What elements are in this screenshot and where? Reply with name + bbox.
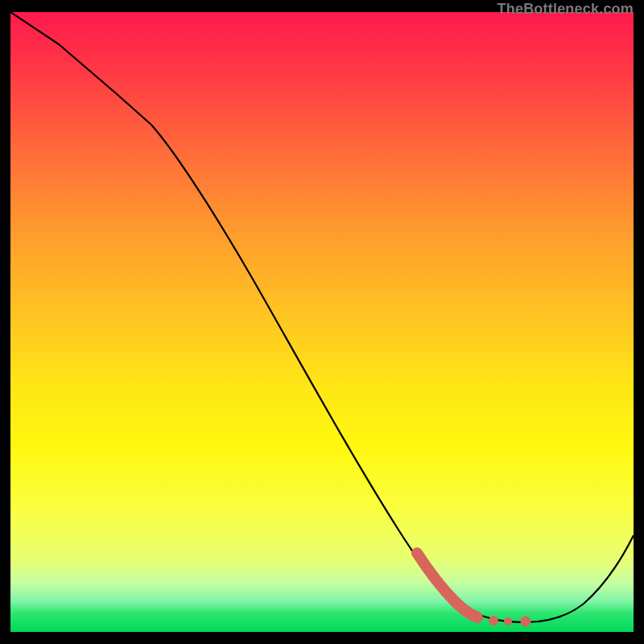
chart-svg — [10, 12, 634, 632]
main-curve — [10, 12, 634, 622]
highlight-dot-3 — [521, 617, 531, 627]
highlight-segment-stroke — [417, 553, 477, 617]
watermark-text: TheBottleneck.com — [497, 1, 634, 18]
chart-frame: TheBottleneck.com — [10, 12, 634, 632]
highlight-dot-1 — [489, 616, 498, 625]
highlight-dot-2 — [504, 617, 512, 625]
